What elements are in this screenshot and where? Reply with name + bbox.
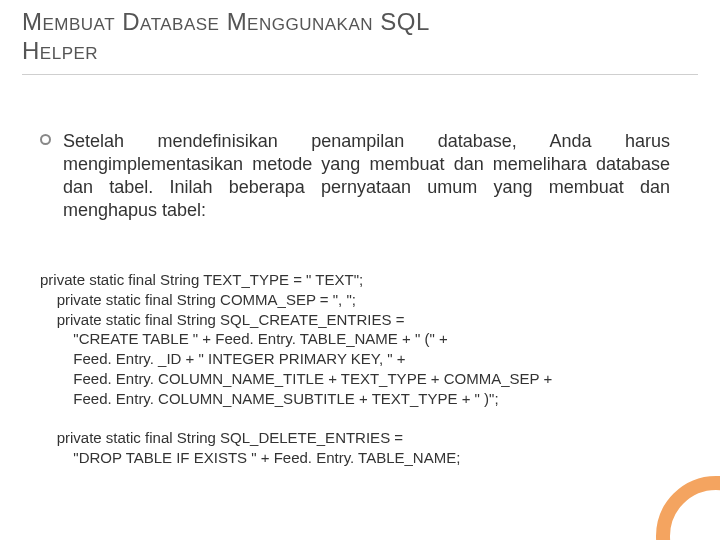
body-content: Setelah mendefinisikan penampilan databa… [40,130,670,222]
decorative-corner-ring [656,476,720,540]
title-line-2: Helper [22,37,98,64]
slide-title: Membuat Database Menggunakan SQL Helper [22,8,698,66]
title-line-1: Membuat Database Menggunakan SQL [22,8,430,35]
bullet-icon [40,134,51,145]
title-underline [22,74,698,75]
slide: Membuat Database Menggunakan SQL Helper … [0,0,720,540]
bullet-text: Setelah mendefinisikan penampilan databa… [63,130,670,222]
bullet-item: Setelah mendefinisikan penampilan databa… [40,130,670,222]
code-block: private static final String TEXT_TYPE = … [40,270,670,468]
